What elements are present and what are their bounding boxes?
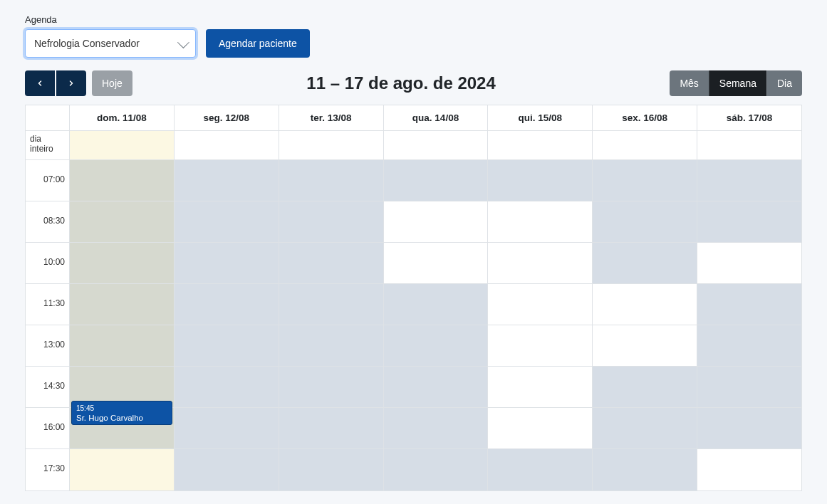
time-slot-cell[interactable] xyxy=(593,367,697,408)
time-slot-cell[interactable] xyxy=(175,284,279,325)
allday-cell[interactable] xyxy=(279,131,384,159)
chevron-left-icon xyxy=(36,79,44,88)
calendar-nav: Hoje 11 – 17 de ago. de 2024 Mês Semana … xyxy=(25,70,802,96)
event-title: Sr. Hugo Carvalho xyxy=(76,414,143,422)
time-slot-cell[interactable] xyxy=(488,284,592,325)
day-column-sun: 15:45 Sr. Hugo Carvalho xyxy=(70,160,175,490)
time-slot-cell[interactable] xyxy=(70,160,174,201)
time-slot-cell[interactable] xyxy=(488,201,592,243)
time-slot-cell[interactable] xyxy=(593,243,697,284)
view-week-button[interactable]: Semana xyxy=(709,70,766,96)
allday-cell[interactable] xyxy=(70,131,175,159)
time-slot-cell[interactable] xyxy=(279,408,383,449)
time-slot-cell[interactable] xyxy=(279,325,383,367)
time-slot-cell[interactable] xyxy=(697,201,801,243)
view-month-button[interactable]: Mês xyxy=(670,70,708,96)
calendar-body: 07:00 08:30 10:00 11:30 13:00 14:30 16:0… xyxy=(26,160,801,490)
time-slot-cell[interactable] xyxy=(70,325,174,367)
time-slot-cell[interactable] xyxy=(384,408,488,449)
time-label: 14:30 xyxy=(26,367,69,408)
time-label: 10:00 xyxy=(26,243,69,284)
view-toggle: Mês Semana Dia xyxy=(670,70,802,96)
allday-cell[interactable] xyxy=(175,131,279,159)
time-slot-cell[interactable] xyxy=(384,160,488,201)
time-slot-cell[interactable] xyxy=(70,201,174,243)
agenda-label: Agenda xyxy=(25,14,802,25)
date-range-title: 11 – 17 de ago. de 2024 xyxy=(132,73,670,93)
time-slot-cell[interactable] xyxy=(279,284,383,325)
time-slot-cell[interactable] xyxy=(70,243,174,284)
time-slot-cell[interactable] xyxy=(697,243,801,284)
time-slot-cell[interactable] xyxy=(279,367,383,408)
calendar-header-row: dom. 11/08 seg. 12/08 ter. 13/08 qua. 14… xyxy=(26,105,801,131)
time-slot-cell[interactable] xyxy=(384,201,488,243)
time-slot-cell[interactable] xyxy=(488,408,592,449)
time-slot-cell[interactable] xyxy=(279,201,383,243)
time-label: 16:00 xyxy=(26,408,69,449)
time-slot-cell[interactable] xyxy=(593,160,697,201)
time-slot-cell[interactable] xyxy=(488,367,592,408)
allday-label: dia inteiro xyxy=(26,131,70,159)
time-slot-cell[interactable] xyxy=(488,449,592,490)
day-header: sex. 16/08 xyxy=(593,105,697,130)
time-slot-cell[interactable] xyxy=(175,325,279,367)
time-slot-cell[interactable] xyxy=(175,408,279,449)
calendar-event[interactable]: 15:45 Sr. Hugo Carvalho xyxy=(71,401,172,425)
time-slot-cell[interactable] xyxy=(175,201,279,243)
event-time: 15:45 xyxy=(76,404,167,413)
time-slot-cell[interactable] xyxy=(384,367,488,408)
time-slot-cell[interactable] xyxy=(384,325,488,367)
time-slot-cell[interactable] xyxy=(70,284,174,325)
time-slot-cell[interactable] xyxy=(697,367,801,408)
time-slot-cell[interactable] xyxy=(697,284,801,325)
allday-row: dia inteiro xyxy=(26,131,801,160)
time-slot-cell[interactable] xyxy=(593,201,697,243)
time-slot-cell[interactable] xyxy=(279,160,383,201)
time-slot-cell[interactable] xyxy=(384,243,488,284)
time-slot-cell[interactable] xyxy=(488,325,592,367)
time-slot-cell[interactable] xyxy=(384,449,488,490)
day-header: qui. 15/08 xyxy=(488,105,593,130)
time-slot-cell[interactable] xyxy=(279,449,383,490)
day-column-wed xyxy=(384,160,489,490)
day-column-fri xyxy=(593,160,697,490)
time-slot-cell[interactable] xyxy=(697,325,801,367)
time-slot-cell[interactable] xyxy=(70,449,174,490)
day-header: sáb. 17/08 xyxy=(697,105,801,130)
prev-button[interactable] xyxy=(25,70,55,96)
allday-cell[interactable] xyxy=(593,131,697,159)
time-label: 13:00 xyxy=(26,325,69,367)
time-slot-cell[interactable] xyxy=(697,408,801,449)
time-slot-cell[interactable] xyxy=(488,160,592,201)
time-slot-cell[interactable] xyxy=(593,449,697,490)
chevron-down-icon xyxy=(177,36,189,48)
time-slot-cell[interactable] xyxy=(175,243,279,284)
time-slot-cell[interactable] xyxy=(697,160,801,201)
time-slot-cell[interactable] xyxy=(175,367,279,408)
today-button[interactable]: Hoje xyxy=(92,70,132,96)
schedule-patient-button[interactable]: Agendar paciente xyxy=(206,29,310,58)
chevron-right-icon xyxy=(67,79,76,88)
day-header: dom. 11/08 xyxy=(70,105,175,130)
time-slot-cell[interactable] xyxy=(175,160,279,201)
time-slot-cell[interactable] xyxy=(488,243,592,284)
day-header: seg. 12/08 xyxy=(175,105,279,130)
time-slot-cell[interactable] xyxy=(384,284,488,325)
allday-cell[interactable] xyxy=(697,131,801,159)
time-slot-cell[interactable] xyxy=(593,325,697,367)
day-header: qua. 14/08 xyxy=(384,105,489,130)
day-column-tue xyxy=(279,160,384,490)
allday-cell[interactable] xyxy=(384,131,489,159)
agenda-select-value: Nefrologia Conservador xyxy=(34,38,178,49)
time-slot-cell[interactable] xyxy=(593,408,697,449)
time-column: 07:00 08:30 10:00 11:30 13:00 14:30 16:0… xyxy=(26,160,70,490)
time-label: 08:30 xyxy=(26,201,69,243)
time-slot-cell[interactable] xyxy=(593,284,697,325)
time-slot-cell[interactable] xyxy=(279,243,383,284)
time-slot-cell[interactable] xyxy=(697,449,801,490)
view-day-button[interactable]: Dia xyxy=(766,70,802,96)
next-button[interactable] xyxy=(56,70,86,96)
agenda-select[interactable]: Nefrologia Conservador xyxy=(25,29,196,58)
allday-cell[interactable] xyxy=(488,131,593,159)
time-slot-cell[interactable] xyxy=(175,449,279,490)
